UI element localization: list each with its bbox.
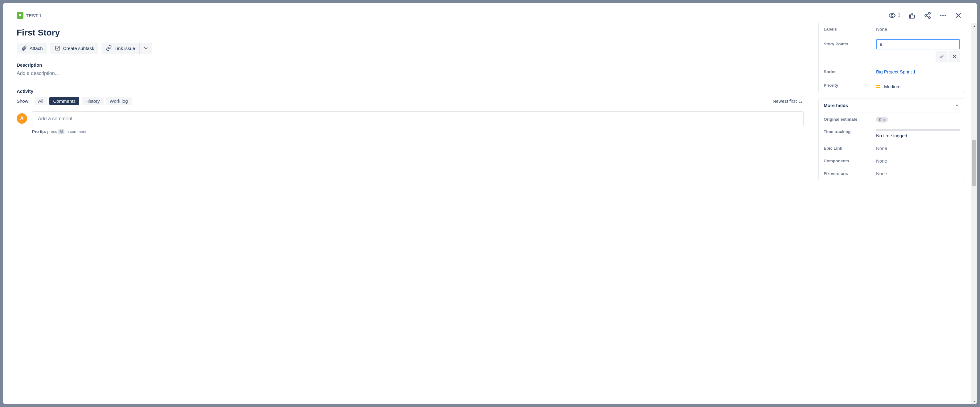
sort-icon (799, 99, 803, 104)
issue-title[interactable]: First Story (17, 28, 803, 38)
like-button[interactable] (907, 11, 917, 20)
scrollbar[interactable]: ▴ ▾ (971, 23, 977, 404)
watch-button[interactable]: 1 (887, 11, 902, 20)
description-field[interactable]: Add a description... (17, 71, 803, 76)
activity-tabs: Show: All Comments History Work log (17, 97, 132, 105)
link-icon (106, 45, 112, 51)
attachment-icon (21, 45, 27, 51)
tab-all[interactable]: All (35, 97, 47, 105)
more-fields-toggle[interactable]: More fields (819, 99, 965, 113)
close-icon (951, 54, 957, 59)
description-heading: Description (17, 62, 803, 67)
link-issue-dropdown[interactable] (140, 43, 152, 54)
share-button[interactable] (923, 11, 932, 20)
scroll-down-icon[interactable]: ▾ (971, 398, 977, 404)
comment-input[interactable]: Add a comment... (32, 112, 803, 126)
attach-button[interactable]: Attach (17, 43, 47, 54)
confirm-button[interactable] (936, 51, 947, 62)
main-column: First Story Attach Create subtask Link i… (3, 23, 817, 404)
priority-medium-icon (876, 85, 880, 88)
svg-point-1 (929, 12, 930, 14)
field-story-points: Story Points (819, 35, 965, 65)
field-original-estimate[interactable]: Original estimate 0m (819, 113, 965, 126)
scroll-up-icon[interactable]: ▴ (971, 23, 977, 29)
link-issue-button[interactable]: Link issue (102, 43, 139, 54)
link-issue-group: Link issue (102, 43, 152, 54)
pro-tip: Pro tip: press M to comment (32, 129, 803, 134)
scroll-thumb[interactable] (972, 140, 976, 187)
sprint-link[interactable]: Big Project Sprint 1 (876, 69, 960, 74)
field-time-tracking[interactable]: Time tracking No time logged (819, 126, 965, 142)
issue-key[interactable]: TEST-1 (26, 13, 41, 18)
svg-rect-7 (56, 46, 59, 50)
tab-comments[interactable]: Comments (49, 97, 79, 105)
svg-point-2 (925, 14, 927, 16)
svg-point-0 (891, 14, 893, 16)
action-buttons: Attach Create subtask Link issue (17, 43, 803, 54)
story-points-input[interactable] (876, 39, 960, 49)
breadcrumb[interactable]: TEST-1 (17, 12, 41, 19)
show-label: Show: (17, 99, 30, 104)
tab-worklog[interactable]: Work log (106, 97, 132, 105)
svg-point-3 (929, 17, 930, 19)
svg-point-4 (940, 15, 942, 16)
svg-point-5 (942, 15, 943, 16)
field-sprint[interactable]: Sprint Big Project Sprint 1 (819, 65, 965, 78)
activity-heading: Activity (17, 89, 803, 94)
check-icon (939, 54, 944, 59)
issue-modal: TEST-1 1 (3, 3, 977, 404)
svg-point-6 (945, 15, 946, 16)
field-components[interactable]: Components None (819, 155, 965, 167)
sort-button[interactable]: Newest first (773, 99, 803, 104)
story-icon (17, 12, 24, 19)
cancel-button[interactable] (949, 51, 960, 62)
create-subtask-button[interactable]: Create subtask (50, 43, 99, 54)
details-column: Labels None Story Points (817, 23, 971, 404)
field-epic-link[interactable]: Epic Link None (819, 142, 965, 155)
field-priority[interactable]: Priority Medium (819, 78, 965, 93)
field-labels[interactable]: Labels None (819, 23, 965, 35)
more-actions-button[interactable] (938, 11, 948, 20)
field-fix-versions[interactable]: Fix versions None (819, 167, 965, 180)
chevron-down-icon (143, 45, 149, 51)
close-button[interactable] (953, 11, 963, 20)
modal-header: TEST-1 1 (3, 3, 977, 22)
watch-count: 1 (898, 13, 900, 18)
time-tracking-bar (876, 129, 960, 131)
header-actions: 1 (887, 11, 963, 20)
tab-history[interactable]: History (82, 97, 103, 105)
kbd-m: M (58, 129, 64, 134)
subtask-icon (54, 45, 61, 51)
avatar: A (17, 113, 27, 124)
chevron-up-icon (955, 103, 960, 108)
